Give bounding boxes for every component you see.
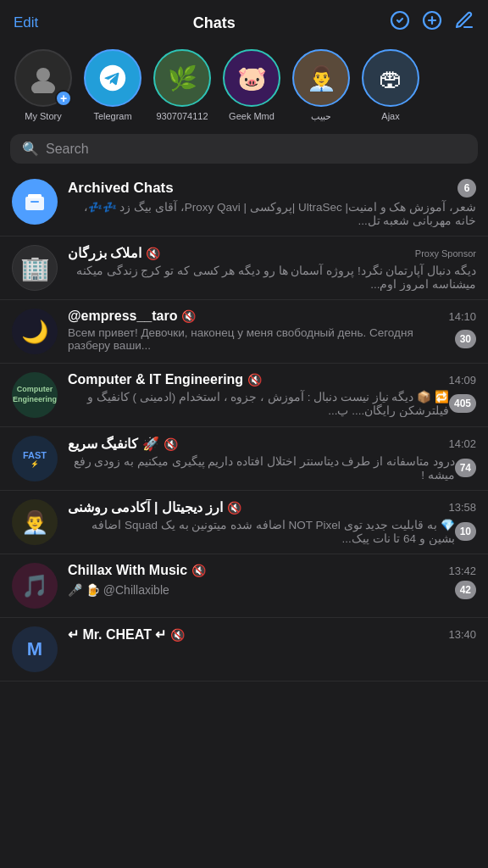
- chat-item-emlak[interactable]: 🏢 املاک بزرگان 🔇 Proxy Sponsor دیگه دنبا…: [0, 236, 488, 300]
- chat-time-chillax: 13:42: [448, 565, 476, 577]
- chat-preview-emlak: دیگه دنبال آپارتمان نگرد! پروژه آسمان ها…: [68, 264, 476, 291]
- chat-avatar-empress: 🌙: [12, 309, 58, 354]
- chat-avatar-archived: [12, 179, 58, 225]
- chat-avatar-arz: 👨‍💼: [12, 499, 58, 545]
- chat-content-chillax: Chillax With Music 🔇 13:42 🎤 🍺 @Chillaxi…: [68, 563, 476, 599]
- muted-icon-konfig: 🔇: [164, 437, 178, 451]
- check-icon[interactable]: [390, 10, 410, 36]
- muted-icon-empress: 🔇: [181, 309, 196, 323]
- chat-time-computer: 14:09: [448, 374, 476, 387]
- add-story-badge: +: [55, 90, 72, 107]
- chat-avatar-emlak: 🏢: [12, 245, 58, 291]
- chat-preview-computer: 🔁 📦 دیگه نیاز نیست دنبال : آموزش ، جزوه …: [68, 390, 449, 417]
- chat-item-empress[interactable]: 🌙 @empress__taro 🔇 14:10 Всем привет! Де…: [0, 300, 488, 364]
- story-item-my-story[interactable]: + My Story: [8, 49, 78, 122]
- chat-name-konfig: کانفیگ سریع 🚀 🔇: [68, 436, 178, 452]
- new-group-icon[interactable]: [422, 10, 442, 36]
- chat-content-konfig: کانفیگ سریع 🚀 🔇 14:02 درود متاسفانه از ط…: [68, 436, 476, 481]
- story-label-habib: حبیب: [311, 111, 331, 122]
- header-icons: [390, 10, 474, 36]
- chat-item-arz[interactable]: 👨‍💼 ارز دیجیتال | آکادمی روشنی 🔇 13:58 💎…: [0, 491, 488, 554]
- stories-row: + My Story Telegram 🌿 9307074112 🐷: [0, 42, 488, 131]
- chat-name-empress: @empress__taro 🔇: [68, 309, 196, 324]
- chat-name-computer: Computer & IT Engineering 🔇: [68, 372, 262, 387]
- search-icon: 🔍: [22, 141, 39, 157]
- chat-time-empress: 14:10: [448, 310, 476, 323]
- chat-item-computer[interactable]: ComputerEngineering Computer & IT Engine…: [0, 364, 488, 427]
- badge-konfig: 74: [455, 459, 476, 477]
- svg-point-5: [31, 81, 55, 93]
- story-label-9307074112: 9307074112: [156, 111, 208, 121]
- badge-archived: 6: [458, 179, 476, 198]
- chat-name-emlak: املاک بزرگان 🔇: [68, 245, 160, 261]
- chat-name-chillax: Chillax With Music 🔇: [68, 563, 206, 578]
- svg-rect-6: [25, 197, 44, 210]
- chat-name-mrcheat: ↵ Mr. CHEAT ↵ 🔇: [68, 626, 185, 643]
- chat-content-mrcheat: ↵ Mr. CHEAT ↵ 🔇 13:40: [68, 626, 476, 645]
- svg-point-4: [36, 68, 50, 81]
- page-title: Chats: [193, 14, 236, 32]
- search-bar[interactable]: 🔍 Search: [10, 134, 478, 164]
- chat-content-computer: Computer & IT Engineering 🔇 14:09 🔁 📦 دی…: [68, 372, 476, 417]
- chat-time-mrcheat: 13:40: [448, 628, 476, 641]
- story-item-geek-mmd[interactable]: 🐷 Geek Mmd: [217, 49, 286, 122]
- story-item-9307074112[interactable]: 🌿 9307074112: [147, 49, 217, 122]
- compose-icon[interactable]: [454, 10, 474, 36]
- chat-content-archived: Archived Chats 6 شعر، آموزش هک و امنیت| …: [68, 179, 476, 227]
- header: Edit Chats: [0, 0, 488, 42]
- svg-rect-7: [28, 194, 42, 198]
- chat-name-arz: ارز دیجیتال | آکادمی روشنی 🔇: [68, 499, 241, 515]
- sponsor-label-emlak: Proxy Sponsor: [415, 248, 476, 259]
- chat-preview-chillax: 🎤 🍺 @Chillaxible: [68, 583, 455, 597]
- muted-icon-computer: 🔇: [247, 373, 262, 387]
- chat-item-mrcheat[interactable]: M ↵ Mr. CHEAT ↵ 🔇 13:40: [0, 618, 488, 682]
- story-item-telegram[interactable]: Telegram: [78, 49, 147, 122]
- chat-content-emlak: املاک بزرگان 🔇 Proxy Sponsor دیگه دنبال …: [68, 245, 476, 291]
- story-label-telegram: Telegram: [93, 111, 131, 121]
- chat-avatar-chillax: 🎵: [12, 563, 58, 609]
- story-label-ajax: Ajax: [381, 111, 399, 121]
- badge-chillax: 42: [455, 581, 476, 599]
- chat-content-empress: @empress__taro 🔇 14:10 Всем привет! Дево…: [68, 309, 476, 352]
- search-placeholder: Search: [46, 142, 89, 157]
- chat-time-konfig: 14:02: [448, 437, 476, 450]
- story-label-my-story: My Story: [25, 111, 61, 121]
- badge-arz: 10: [455, 522, 476, 541]
- story-item-habib[interactable]: 👨‍💼 حبیب: [286, 49, 356, 122]
- muted-icon-arz: 🔇: [227, 501, 241, 515]
- chat-content-arz: ارز دیجیتال | آکادمی روشنی 🔇 13:58 💎 به …: [68, 499, 476, 545]
- muted-icon-chillax: 🔇: [191, 564, 206, 577]
- story-label-geek-mmd: Geek Mmd: [229, 111, 274, 121]
- chat-preview-konfig: درود متاسفانه از طرف دیتاسنتر اختلال افت…: [68, 454, 455, 481]
- muted-icon-emlak: 🔇: [146, 247, 160, 260]
- chat-name-archived: Archived Chats: [68, 180, 174, 197]
- chat-avatar-konfig: FAST⚡: [12, 436, 58, 481]
- chat-time-arz: 13:58: [448, 501, 476, 514]
- chat-item-chillax[interactable]: 🎵 Chillax With Music 🔇 13:42 🎤 🍺 @Chilla…: [0, 554, 488, 618]
- chat-preview-empress: Всем привет! Девочки, наконец у меня сво…: [68, 326, 455, 352]
- muted-icon-mrcheat: 🔇: [170, 628, 185, 642]
- chat-avatar-mrcheat: M: [12, 626, 58, 672]
- chat-item-archived[interactable]: Archived Chats 6 شعر، آموزش هک و امنیت| …: [0, 170, 488, 236]
- chat-item-konfig[interactable]: FAST⚡ کانفیگ سریع 🚀 🔇 14:02 درود متاسفان…: [0, 427, 488, 491]
- chat-avatar-computer: ComputerEngineering: [12, 372, 58, 418]
- badge-empress: 30: [455, 330, 476, 348]
- chat-preview-arz: 💎 به قابلیت جدید توی NOT Pixel اضافه شده…: [68, 518, 455, 545]
- story-item-ajax[interactable]: 🏟 Ajax: [356, 49, 425, 122]
- chat-list: Archived Chats 6 شعر، آموزش هک و امنیت| …: [0, 170, 488, 682]
- badge-computer: 405: [449, 394, 476, 413]
- chat-preview-archived: شعر، آموزش هک و امنیت| UltraSec |پروکسی …: [68, 200, 476, 227]
- edit-button[interactable]: Edit: [14, 14, 38, 31]
